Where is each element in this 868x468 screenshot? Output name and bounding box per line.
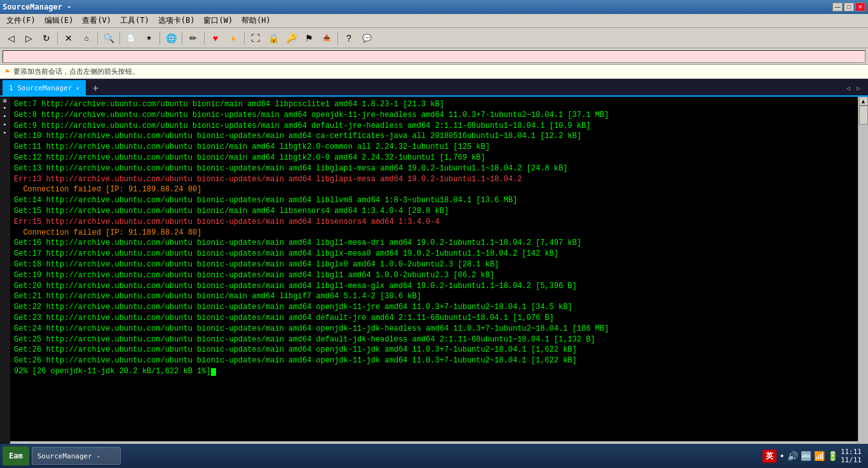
menu-tools[interactable]: 工具(T) xyxy=(116,14,153,27)
close-button[interactable]: ✕ xyxy=(855,3,865,11)
terminal-line: Get:13 http://archive.ubuntu.com/ubuntu … xyxy=(14,163,854,174)
sidebar-icons: ⊞ xyxy=(2,99,8,102)
menu-view[interactable]: 查看(V) xyxy=(78,14,115,27)
scroll-track xyxy=(858,106,868,459)
toolbar-fullscreen[interactable]: ⛶ xyxy=(247,31,264,46)
maximize-button[interactable]: □ xyxy=(844,3,854,11)
toolbar-refresh[interactable]: ↻ xyxy=(38,31,55,46)
tray-icon-4: 📶 xyxy=(814,451,825,461)
menu-bar: 文件(F) 编辑(E) 查看(V) 工具(T) 选项卡(B) 窗口(W) 帮助(… xyxy=(0,14,868,28)
ime-indicator[interactable]: 英 xyxy=(763,450,776,463)
toolbar-stop[interactable]: ✕ xyxy=(60,31,77,46)
notification-text: 要添加当前会话，点击左侧的箭头按钮。 xyxy=(13,67,139,76)
toolbar: ◁ ▷ ↻ ✕ ⌂ 🔍 📄 ★ 🌐 ✏ ♥ ♦ ⛶ 🔒 🔑 ⚑ 📥 ? 💬 xyxy=(0,28,868,48)
title-bar: SourceManager - — □ ✕ xyxy=(0,0,868,14)
new-tab-button[interactable]: + xyxy=(87,80,104,95)
menu-help[interactable]: 帮助(H) xyxy=(238,14,275,27)
terminal-line: Get:9 http://archive.ubuntu.com/ubuntu b… xyxy=(14,121,854,132)
taskbar: Eam SourceManager - 英 • 🔊 🔤 📶 🔋 11:11 11… xyxy=(0,444,868,468)
terminal-line: Err:13 http://archive.ubuntu.com/ubuntu … xyxy=(14,174,854,185)
window-controls: — □ ✕ xyxy=(832,3,865,11)
tab-label: 1 SourceManager xyxy=(9,84,72,92)
nav-arrows: ◁ ▷ xyxy=(844,80,865,95)
terminal-output[interactable]: Get:7 http://archive.ubuntu.com/ubuntu b… xyxy=(10,97,858,441)
menu-window[interactable]: 窗口(W) xyxy=(200,14,236,27)
toolbar-pencil[interactable]: ✏ xyxy=(185,31,201,46)
separator-8 xyxy=(337,32,338,45)
toolbar-flag[interactable]: ⚑ xyxy=(301,31,317,46)
terminal-line: Get:18 http://archive.ubuntu.com/ubuntu … xyxy=(14,259,854,270)
toolbar-search[interactable]: 🔍 xyxy=(100,31,117,46)
scroll-thumb[interactable] xyxy=(859,106,868,125)
taskbar-item-source-manager[interactable]: SourceManager - xyxy=(32,447,121,465)
tray-icon-1: • xyxy=(779,451,784,461)
toolbar-forward[interactable]: ▷ xyxy=(20,31,37,46)
start-button[interactable]: Eam xyxy=(3,446,29,465)
terminal-line: Connection failed [IP: 91.189.88.24 80] xyxy=(14,184,854,195)
terminal-line: Get:7 http://archive.ubuntu.com/ubuntu b… xyxy=(14,99,854,110)
nav-right-button[interactable]: ▷ xyxy=(854,80,863,95)
taskbar-items: SourceManager - xyxy=(32,447,757,465)
separator-1 xyxy=(57,32,58,45)
separator-4 xyxy=(159,32,160,45)
system-clock: 11:11 11/11 xyxy=(841,448,862,464)
address-bar xyxy=(0,48,868,65)
terminal-cursor xyxy=(211,368,216,376)
menu-tabs[interactable]: 选项卡(B) xyxy=(154,14,199,27)
terminal-line: Get:17 http://archive.ubuntu.com/ubuntu … xyxy=(14,249,854,259)
window-title: SourceManager - xyxy=(3,3,71,11)
tray-icon-2: 🔊 xyxy=(787,451,798,461)
scrollbar[interactable]: ▲ ▼ xyxy=(858,97,868,468)
terminal-line: Connection failed [IP: 91.189.88.24 80] xyxy=(14,228,854,238)
menu-edit[interactable]: 编辑(E) xyxy=(41,14,78,27)
left-sidebar: ⊞ ▸ ▸ ▸ ▸ xyxy=(0,97,10,468)
toolbar-chat[interactable]: 💬 xyxy=(358,31,375,46)
toolbar-home[interactable]: ⌂ xyxy=(78,31,95,46)
notification-bar: ⚑ 要添加当前会话，点击左侧的箭头按钮。 xyxy=(0,65,868,79)
tab-bar: 1 SourceManager ✕ + ◁ ▷ xyxy=(0,79,868,97)
toolbar-help[interactable]: ? xyxy=(341,31,357,46)
minimize-button[interactable]: — xyxy=(832,3,843,11)
tab-close-button[interactable]: ✕ xyxy=(76,85,79,92)
terminal-line: Get:16 http://archive.ubuntu.com/ubuntu … xyxy=(14,238,854,249)
terminal-line: Get:26 http://archive.ubuntu.com/ubuntu … xyxy=(14,355,854,366)
address-input[interactable] xyxy=(3,50,865,63)
nav-left-button[interactable]: ◁ xyxy=(844,80,853,95)
terminal-container: ⊞ ▸ ▸ ▸ ▸ Get:7 http://archive.ubuntu.co… xyxy=(0,97,868,468)
notif-icon: ⚑ xyxy=(5,67,10,76)
toolbar-bookmark-red[interactable]: ♥ xyxy=(207,31,224,46)
toolbar-new-tab[interactable]: 📄 xyxy=(123,31,139,46)
toolbar-lock[interactable]: 🔒 xyxy=(265,31,281,46)
tray-icon-3: 🔤 xyxy=(801,451,811,461)
terminal-line: Err:15 http://archive.ubuntu.com/ubuntu … xyxy=(14,217,854,228)
taskbar-tray: 英 • 🔊 🔤 📶 🔋 11:11 11/11 xyxy=(759,448,865,464)
terminal-line: Get:25 http://archive.ubuntu.com/ubuntu … xyxy=(14,334,854,345)
terminal-line: Get:23 http://archive.ubuntu.com/ubuntu … xyxy=(14,313,854,324)
scroll-up-button[interactable]: ▲ xyxy=(859,97,868,106)
toolbar-bookmark-orange[interactable]: ♦ xyxy=(225,31,241,46)
terminal-line: 92% [26 openjdk-11-jdk 20.2 kB/1,622 kB … xyxy=(14,366,854,377)
terminal-line: Get:19 http://archive.ubuntu.com/ubuntu … xyxy=(14,270,854,281)
terminal-line: Get:11 http://archive.ubuntu.com/ubuntu … xyxy=(14,142,854,153)
tab-source-manager[interactable]: 1 SourceManager ✕ xyxy=(3,80,86,95)
terminal-line: Get:21 http://archive.ubuntu.com/ubuntu … xyxy=(14,291,854,302)
terminal-line: Get:20 http://archive.ubuntu.com/ubuntu … xyxy=(14,281,854,292)
separator-2 xyxy=(97,32,98,45)
separator-6 xyxy=(204,32,205,45)
terminal-line: Get:26 http://archive.ubuntu.com/ubuntu … xyxy=(14,345,854,355)
tray-icon-5: 🔋 xyxy=(827,451,838,461)
terminal-line: Get:15 http://archive.ubuntu.com/ubuntu … xyxy=(14,206,854,217)
terminal-line: Get:14 http://archive.ubuntu.com/ubuntu … xyxy=(14,195,854,206)
separator-7 xyxy=(244,32,245,45)
separator-5 xyxy=(182,32,182,45)
menu-file[interactable]: 文件(F) xyxy=(3,14,39,27)
toolbar-bookmarks[interactable]: ★ xyxy=(140,31,157,46)
toolbar-download[interactable]: 📥 xyxy=(318,31,335,46)
toolbar-back[interactable]: ◁ xyxy=(3,31,19,46)
terminal-line: Get:24 http://archive.ubuntu.com/ubuntu … xyxy=(14,324,854,334)
separator-3 xyxy=(119,32,120,45)
terminal-line: Get:22 http://archive.ubuntu.com/ubuntu … xyxy=(14,302,854,313)
terminal-line: Get:10 http://archive.ubuntu.com/ubuntu … xyxy=(14,131,854,142)
toolbar-key[interactable]: 🔑 xyxy=(283,31,299,46)
toolbar-earth[interactable]: 🌐 xyxy=(163,31,179,46)
